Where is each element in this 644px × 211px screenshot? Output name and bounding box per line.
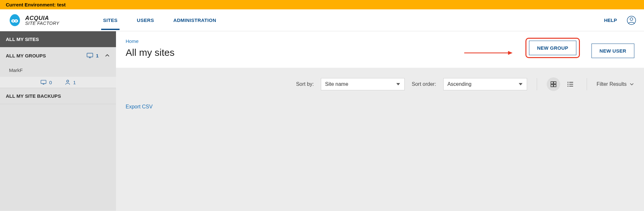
topbar: ACQUIA SITE FACTORY SITES USERS ADMINIST… (0, 9, 644, 31)
logo-text: ACQUIA SITE FACTORY (25, 15, 59, 25)
callout-arrow (464, 50, 513, 55)
stat-users-value: 1 (73, 80, 76, 85)
monitor-icon (40, 80, 47, 85)
sidebar-backups-label: ALL MY SITE BACKUPS (6, 93, 61, 99)
content: Home All my sites NEW GROUP NEW USER Sor… (116, 31, 644, 211)
svg-marker-10 (508, 51, 513, 55)
svg-rect-15 (551, 85, 553, 87)
logo[interactable]: ACQUIA SITE FACTORY (8, 13, 101, 27)
svg-rect-22 (569, 86, 573, 86)
content-header: Home All my sites NEW GROUP NEW USER (116, 31, 644, 68)
new-group-highlight: NEW GROUP (525, 38, 580, 58)
export-row: Export CSV (116, 91, 644, 123)
stat-sites: 0 (40, 79, 52, 85)
grid-icon (550, 81, 557, 87)
page-title: All my sites (126, 47, 458, 58)
logo-line2: SITE FACTORY (25, 21, 59, 25)
sidebar-all-my-groups[interactable]: ALL MY GROUPS 1 (0, 47, 116, 64)
nav-administration[interactable]: ADMINISTRATION (171, 10, 218, 30)
chevron-up-icon (104, 53, 110, 58)
filter-label: Filter Results (597, 81, 627, 87)
nav-sites[interactable]: SITES (101, 10, 120, 30)
breadcrumb-home[interactable]: Home (126, 38, 458, 44)
caret-down-icon (396, 82, 400, 86)
help-link[interactable]: HELP (604, 17, 617, 23)
monitor-icon (86, 53, 93, 58)
sort-by-value: Site name (325, 81, 348, 87)
nav-users[interactable]: USERS (135, 10, 156, 30)
sidebar-all-my-sites[interactable]: ALL MY SITES (0, 31, 116, 47)
sidebar-all-sites-label: ALL MY SITES (6, 36, 39, 42)
stat-sites-value: 0 (49, 80, 52, 85)
grid-view-button[interactable] (547, 77, 560, 91)
sidebar-group-item[interactable]: MarkF (0, 64, 116, 77)
groups-count-value: 1 (96, 53, 99, 58)
new-group-button[interactable]: NEW GROUP (529, 41, 576, 55)
acquia-logo-icon (8, 13, 22, 27)
chevron-down-icon (629, 82, 634, 87)
svg-rect-7 (41, 80, 46, 84)
toolbar: Sort by: Site name Sort order: Ascending (116, 68, 644, 91)
divider (537, 78, 537, 90)
caret-down-icon (518, 82, 523, 86)
view-toggle (547, 77, 577, 91)
svg-rect-13 (551, 82, 553, 84)
svg-point-19 (567, 84, 568, 85)
svg-point-5 (630, 18, 633, 20)
sidebar-groups-count: 1 (86, 53, 99, 58)
topbar-right: HELP (604, 15, 636, 25)
svg-point-3 (15, 20, 17, 22)
user-profile-icon[interactable] (627, 15, 636, 25)
sort-order-select[interactable]: Ascending (443, 78, 527, 90)
logo-line1: ACQUIA (25, 15, 59, 21)
svg-rect-16 (554, 85, 556, 87)
main-nav: SITES USERS ADMINISTRATION (101, 10, 218, 30)
svg-rect-6 (87, 53, 93, 57)
svg-marker-12 (519, 83, 523, 85)
svg-rect-20 (569, 84, 573, 85)
sidebar-all-groups-label: ALL MY GROUPS (6, 53, 46, 58)
filter-results-toggle[interactable]: Filter Results (597, 81, 634, 87)
stat-users: 1 (65, 79, 76, 85)
sort-by-select[interactable]: Site name (321, 78, 405, 90)
sidebar: ALL MY SITES ALL MY GROUPS 1 MarkF (0, 31, 116, 211)
sidebar-group-stats: 0 1 (0, 77, 116, 88)
svg-rect-14 (554, 82, 556, 84)
divider (587, 78, 587, 90)
environment-banner: Current Environment: test (0, 0, 644, 9)
arrow-icon (464, 50, 513, 55)
sort-order-label: Sort order: (412, 81, 436, 87)
new-user-button[interactable]: NEW USER (591, 44, 634, 58)
sidebar-all-my-backups[interactable]: ALL MY SITE BACKUPS (0, 88, 116, 104)
svg-rect-18 (569, 82, 573, 83)
list-view-button[interactable] (563, 77, 577, 91)
sort-order-value: Ascending (447, 81, 472, 87)
list-icon (567, 81, 573, 87)
export-csv-link[interactable]: Export CSV (126, 104, 153, 109)
svg-point-8 (67, 80, 69, 82)
svg-point-21 (567, 85, 568, 86)
svg-point-2 (13, 20, 14, 22)
svg-point-17 (567, 82, 568, 83)
person-icon (65, 79, 71, 85)
sort-by-label: Sort by: (296, 81, 314, 87)
svg-marker-11 (396, 83, 400, 85)
